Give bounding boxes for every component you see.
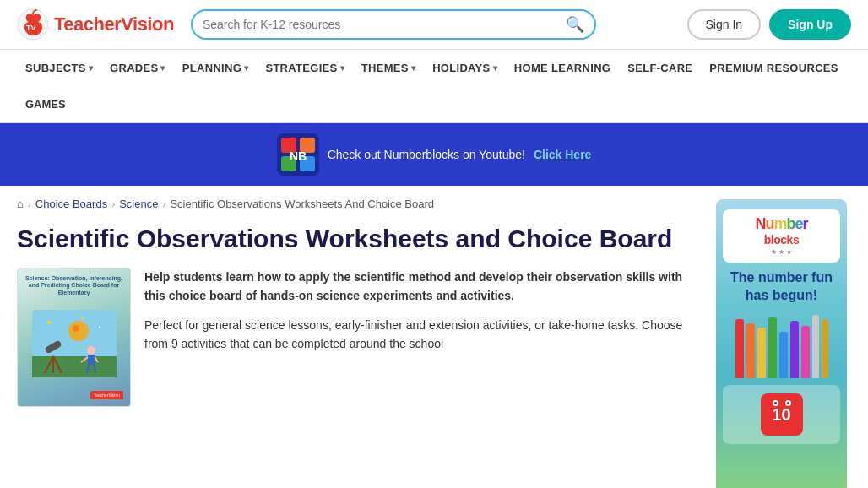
primary-nav: SUBJECTS ▾ GRADES ▾ PLANNING ▾ STRATEGIE…	[0, 50, 868, 123]
science-illustration	[32, 310, 117, 377]
svg-rect-14	[32, 356, 117, 377]
crayon-orange	[746, 323, 755, 378]
ad-caption: The number fun has begun!	[723, 269, 840, 305]
breadcrumb-separator: ›	[28, 198, 31, 210]
nav-item-grades[interactable]: GRADES ▾	[101, 50, 174, 86]
banner-link[interactable]: Click Here	[534, 148, 591, 161]
thumbnail-illustration	[24, 300, 123, 388]
crayon-green	[768, 317, 777, 378]
chevron-down-icon: ▾	[340, 63, 344, 73]
resource-section: Science: Observation, Inferencing, and P…	[17, 268, 699, 407]
number-block: 10	[761, 393, 803, 436]
numberblocks-icon: NB	[277, 133, 319, 176]
svg-text:TV: TV	[26, 24, 36, 32]
ad-crayons	[735, 311, 828, 378]
ad-logo: Number blocks ★ ★ ★	[723, 209, 840, 263]
nav-item-holidays[interactable]: HOLIDAYS ▾	[424, 50, 506, 86]
signin-button[interactable]: Sign In	[687, 9, 762, 40]
breadcrumb-choice-boards[interactable]: Choice Boards	[35, 198, 107, 210]
site-logo[interactable]: TV TeacherVision	[17, 8, 174, 41]
pupil-left	[774, 402, 777, 404]
banner-text: Check out Numberblocks on Youtube!	[328, 148, 525, 161]
breadcrumb-separator: ›	[162, 198, 165, 210]
chevron-down-icon: ▾	[89, 63, 93, 73]
nav-item-subjects[interactable]: SUBJECTS ▾	[17, 50, 101, 86]
svg-point-9	[47, 321, 51, 324]
svg-text:NB: NB	[290, 149, 307, 163]
svg-rect-20	[88, 355, 95, 365]
nav-item-strategies[interactable]: STRATEGIES ▾	[257, 50, 352, 86]
character-eyes	[773, 400, 791, 406]
breadcrumb-current: Scientific Observations Worksheets And C…	[170, 198, 434, 210]
crayon-blue	[779, 332, 788, 378]
crayon-purple	[790, 321, 799, 378]
ad-character: 10	[761, 393, 803, 436]
crayon-yellow	[757, 328, 766, 378]
breadcrumb-separator: ›	[111, 198, 115, 210]
main-content: ⌂ › Choice Boards › Science › Scientific…	[0, 186, 868, 488]
nav-item-home-learning[interactable]: HOME LEARNING	[506, 50, 619, 86]
svg-point-11	[99, 326, 100, 328]
crayon-pink	[801, 326, 810, 378]
logo-label: TeacherVision	[54, 14, 174, 35]
signup-button[interactable]: Sign Up	[769, 9, 851, 40]
search-button[interactable]: 🔍	[566, 15, 584, 34]
page-title: Scientific Observations Worksheets and C…	[17, 224, 699, 254]
nav-item-self-care[interactable]: SELF-CARE	[619, 50, 701, 86]
eye-left	[773, 400, 778, 406]
chevron-down-icon: ▾	[411, 63, 415, 73]
svg-point-13	[73, 325, 79, 332]
sidebar-advertisement[interactable]: Number blocks ★ ★ ★ The number fun has b…	[716, 199, 847, 488]
ad-blocks-text: blocks	[731, 233, 832, 247]
ad-character-area: 10	[723, 385, 840, 444]
ad-sub-text: ★ ★ ★	[731, 248, 832, 256]
thumbnail-badge: TeacherVision	[90, 391, 123, 399]
thumbnail-title: Science: Observation, Inferencing, and P…	[24, 275, 123, 296]
logo-icon: TV	[17, 8, 49, 41]
nav-item-themes[interactable]: THEMES ▾	[353, 50, 424, 86]
description-bold: Help students learn how to apply the sci…	[144, 268, 699, 306]
search-bar: 🔍	[191, 9, 596, 40]
promo-banner: NB Check out Numberblocks on Youtube! Cl…	[0, 123, 868, 186]
resource-thumbnail[interactable]: Science: Observation, Inferencing, and P…	[17, 268, 131, 407]
crayon-red	[735, 319, 744, 378]
ad-logo-text: Number	[731, 216, 832, 233]
description-normal: Perfect for general science lessons, ear…	[144, 316, 699, 354]
nav-item-premium[interactable]: PREMIUM RESOURCES	[701, 50, 846, 86]
search-input[interactable]	[203, 11, 566, 38]
crayon-gold	[822, 319, 828, 378]
nav-item-planning[interactable]: PLANNING ▾	[174, 50, 258, 86]
site-header: TV TeacherVision 🔍 Sign In Sign Up	[0, 0, 868, 50]
chevron-down-icon: ▾	[493, 63, 497, 73]
thumbnail-inner: Science: Observation, Inferencing, and P…	[18, 268, 130, 406]
header-actions: Sign In Sign Up	[687, 9, 851, 40]
chevron-down-icon: ▾	[244, 63, 248, 73]
content-area: ⌂ › Choice Boards › Science › Scientific…	[17, 186, 716, 488]
svg-point-10	[81, 317, 84, 320]
sidebar: Number blocks ★ ★ ★ The number fun has b…	[716, 186, 851, 488]
nav-item-games[interactable]: GAMES	[17, 86, 74, 122]
eye-right	[785, 400, 791, 406]
breadcrumb-science[interactable]: Science	[119, 198, 158, 210]
crayon-grey	[812, 315, 819, 378]
breadcrumb-home[interactable]: ⌂	[17, 198, 24, 210]
svg-point-19	[87, 346, 95, 355]
pupil-right	[787, 402, 789, 404]
resource-description: Help students learn how to apply the sci…	[144, 268, 699, 407]
breadcrumb: ⌂ › Choice Boards › Science › Scientific…	[17, 186, 699, 217]
chevron-down-icon: ▾	[160, 63, 165, 73]
svg-point-12	[68, 321, 89, 341]
numberblocks-logo: NB	[277, 133, 319, 176]
